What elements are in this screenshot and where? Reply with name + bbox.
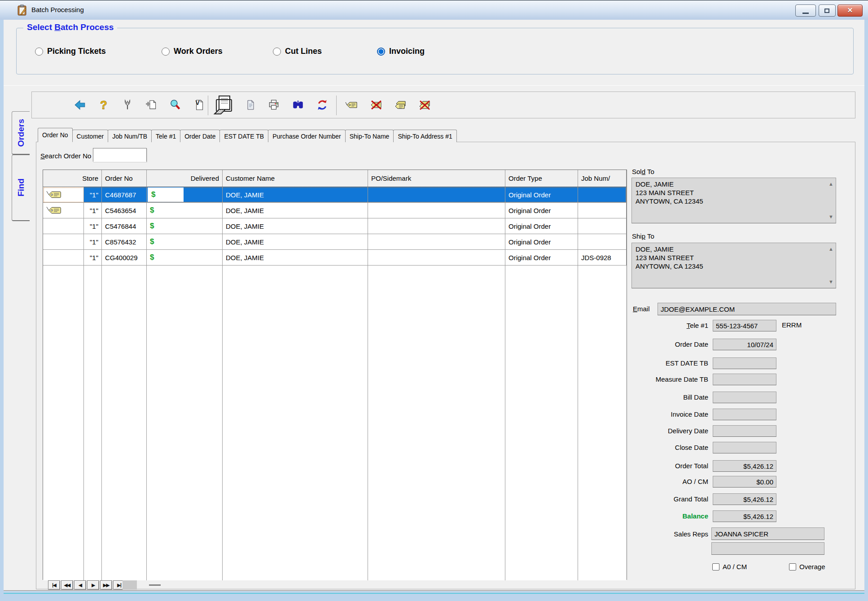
search-icon [169,99,181,111]
tele-field[interactable]: 555-123-4567 [713,320,776,331]
tag-delete-button[interactable] [369,97,383,113]
tag-button[interactable] [345,97,359,113]
side-tab-find[interactable]: Find [12,155,30,221]
invoice-date-field[interactable] [713,409,776,420]
nav-first-button[interactable]: |◀ [48,580,60,590]
header-order-no[interactable]: Order No [102,170,147,187]
cell-order-no: C5463654 [102,203,147,218]
cell-store: "1" [84,218,102,234]
header-store[interactable]: Store [43,170,102,187]
radio-label: Invoicing [389,47,425,56]
scroll-down-icon[interactable]: ▼ [829,214,833,219]
refresh-button[interactable] [316,97,329,113]
tab-order-date[interactable]: Order Date [180,130,220,142]
binoculars-button[interactable] [291,97,305,113]
nav-prev-button[interactable]: ◀ [74,580,86,590]
back-button[interactable] [73,97,87,113]
filler-col [84,266,102,580]
ao-cm-checkbox[interactable] [712,563,719,571]
radio-circle[interactable] [162,48,170,56]
cell-order-no: C4687687 [102,187,147,202]
nav-prev-page-button[interactable]: ◀◀ [61,580,73,590]
nav-scrollbar-thumb[interactable] [123,580,137,590]
document-check-button[interactable]: V [192,97,206,113]
document-button[interactable] [244,97,257,113]
nav-next-page-button[interactable]: ▶▶ [100,580,112,590]
print-button[interactable] [267,97,281,113]
table-row[interactable]: "1" C5476844 $ DOE, JAMIE Original Order [43,218,627,234]
scroll-up-icon[interactable]: ▲ [829,182,833,187]
side-tab-orders-label: Orders [16,119,26,147]
tab-ship-to-name[interactable]: Ship-To Name [345,130,394,142]
ship-to-pre: Shi [632,232,642,240]
row-tag-cell [43,218,84,234]
tab-purchase-order-number[interactable]: Purchase Order Number [268,130,346,142]
sold-to-box[interactable]: DOE, JAMIE 123 MAIN STREET ANYTOWN, CA 1… [631,178,836,223]
bill-date-field[interactable] [713,392,776,403]
tab-customer[interactable]: Customer [72,130,109,142]
header-job-num[interactable]: Job Num/ [578,170,627,187]
maximize-icon [824,9,829,13]
header-po-sidemark[interactable]: PO/Sidemark [368,170,505,187]
radio-work-orders[interactable]: Work Orders [162,47,223,56]
sales-rep-field-2[interactable] [711,542,824,555]
radio-picking-tickets[interactable]: Picking Tickets [35,47,106,56]
order-total-field: $5,426.12 [713,460,776,472]
filler-col [368,266,505,580]
help-button[interactable]: ? [97,97,110,113]
close-date-field[interactable] [713,442,776,453]
tab-tele-1[interactable]: Tele #1 [151,130,180,142]
record-navigator: |◀ ◀◀ ◀ ▶ ▶▶ ▶| [48,580,125,590]
est-date-tb-field[interactable] [713,357,776,369]
maximize-button[interactable] [819,4,836,17]
table-row[interactable]: "1" CG400029 $ DOE, JAMIE Original Order… [43,250,627,266]
add-document-button[interactable] [145,97,158,113]
delivery-date-field[interactable] [713,425,776,437]
ship-to-box[interactable]: DOE, JAMIE 123 MAIN STREET ANYTOWN, CA 1… [631,243,836,288]
radio-invoicing[interactable]: Invoicing [377,47,425,56]
table-row[interactable]: "1" C4687687 $ DOE, JAMIE Original Order [43,187,627,203]
nav-next-button[interactable]: ▶ [87,580,99,590]
tab-order-no[interactable]: Order No [38,128,73,142]
close-button[interactable]: ✕ [837,4,863,17]
table-row[interactable]: "1" C5463654 $ DOE, JAMIE Original Order [43,203,627,218]
order-date-field[interactable]: 10/07/24 [713,339,776,350]
legend-u: B [54,22,61,32]
scrollbar-dash[interactable] [149,584,161,586]
overage-checkbox[interactable] [789,563,796,571]
radio-circle[interactable] [273,48,281,56]
email-field[interactable]: JDOE@EXAMPLE.COM [658,303,836,315]
tags-delete-button[interactable] [418,97,431,113]
table-row[interactable]: "1" C8576432 $ DOE, JAMIE Original Order [43,234,627,250]
tab-ship-to-address-1[interactable]: Ship-To Address #1 [393,130,456,142]
ship-to-text: DOE, JAMIE 123 MAIN STREET ANYTOWN, CA 1… [636,245,703,270]
scroll-down-icon[interactable]: ▼ [829,279,833,284]
sales-rep-field-1[interactable]: JOANNA SPICER [711,527,824,540]
pick-button[interactable] [121,97,134,113]
minimize-button[interactable] [795,4,816,17]
close-date-label: Close Date [632,442,708,453]
radio-label: Cut Lines [285,47,322,56]
search-button[interactable] [168,97,182,113]
header-delivered[interactable]: Delivered [147,170,223,187]
scroll-up-icon[interactable]: ▲ [829,247,833,252]
tab-est-date-tb[interactable]: EST DATE TB [219,130,268,142]
side-tab-orders[interactable]: Orders [12,111,30,155]
invoice-date-label: Invoice Date [632,409,708,420]
header-order-type[interactable]: Order Type [505,170,578,187]
search-order-no-input[interactable] [93,148,147,162]
header-customer-name[interactable]: Customer Name [223,170,368,187]
cell-customer-name: DOE, JAMIE [223,187,368,202]
pick-icon [121,99,134,111]
radio-circle[interactable] [35,48,43,56]
ao-cm-checkbox-row: A0 / CM [712,563,747,571]
print-preview-button[interactable] [212,94,236,117]
radio-cut-lines[interactable]: Cut Lines [273,47,322,56]
delivered-edit-box[interactable]: $ [148,187,184,202]
tags-button[interactable] [394,97,407,113]
measure-date-tb-field[interactable] [713,374,776,385]
radio-circle-selected[interactable] [377,48,385,56]
print-preview-icon [213,94,235,117]
cell-order-type: Original Order [505,203,578,218]
tab-job-num-tb[interactable]: Job Num/TB [108,130,152,142]
